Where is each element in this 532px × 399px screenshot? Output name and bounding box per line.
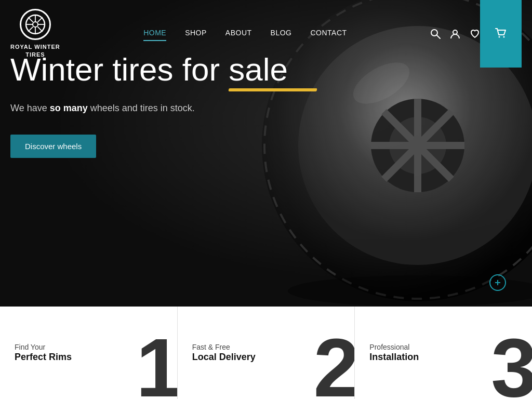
svg-line-9: [28, 26, 33, 31]
card-delivery: Fast & Free Local Delivery 2: [178, 307, 355, 399]
wishlist-button[interactable]: [470, 29, 480, 39]
account-button[interactable]: [450, 29, 460, 39]
nav-contact[interactable]: CONTACT: [310, 29, 347, 39]
svg-point-12: [453, 30, 457, 34]
search-icon: [430, 29, 441, 39]
svg-line-8: [37, 17, 42, 22]
discover-button[interactable]: Discover wheels: [10, 135, 96, 158]
card-rims-text: Find Your Perfect Rims: [15, 342, 72, 363]
card-installation: Professional Installation 3: [355, 307, 532, 399]
card-installation-label: Professional: [369, 342, 419, 352]
header: ROYAL WINTERTIRES HOME SHOP ABOUT BLOG C…: [0, 0, 532, 68]
search-button[interactable]: [430, 29, 441, 39]
hero-subtitle: We have so many wheels and tires in stoc…: [10, 103, 288, 114]
card-delivery-number: 2: [313, 326, 355, 399]
svg-line-7: [37, 26, 42, 31]
nav-blog[interactable]: BLOG: [271, 29, 292, 39]
nav-home[interactable]: HOME: [143, 29, 166, 39]
plus-icon: [494, 279, 501, 286]
card-installation-number: 3: [491, 326, 532, 399]
svg-line-11: [437, 35, 440, 38]
card-rims-label: Find Your: [15, 342, 72, 352]
card-delivery-text: Fast & Free Local Delivery: [192, 342, 256, 363]
svg-point-1: [33, 22, 38, 27]
nav-about[interactable]: ABOUT: [225, 29, 252, 39]
scroll-indicator[interactable]: [489, 274, 506, 291]
svg-point-10: [431, 30, 437, 36]
feature-cards: Find Your Perfect Rims 1 Fast & Free Loc…: [0, 307, 532, 399]
wheel-icon: [25, 14, 46, 35]
cart-icon: [494, 26, 508, 41]
user-icon: [450, 29, 460, 39]
card-rims-title: Perfect Rims: [15, 352, 72, 363]
svg-point-13: [499, 36, 500, 38]
main-nav: HOME SHOP ABOUT BLOG CONTACT: [143, 29, 347, 39]
card-rims: Find Your Perfect Rims 1: [0, 307, 178, 399]
cart-button[interactable]: [480, 0, 522, 68]
logo[interactable]: ROYAL WINTERTIRES: [10, 9, 60, 59]
brand-name: ROYAL WINTERTIRES: [10, 43, 60, 59]
logo-icon: [20, 9, 51, 40]
nav-icons: [430, 29, 480, 39]
card-delivery-title: Local Delivery: [192, 352, 256, 363]
svg-line-6: [28, 17, 33, 22]
nav-shop[interactable]: SHOP: [185, 29, 207, 39]
heart-icon: [470, 29, 480, 39]
card-delivery-label: Fast & Free: [192, 342, 256, 352]
card-rims-number: 1: [136, 326, 178, 399]
card-installation-title: Installation: [369, 352, 419, 363]
card-installation-text: Professional Installation: [369, 342, 419, 363]
hero-content: Winter tires for sale We have so many wh…: [10, 52, 288, 158]
svg-point-14: [503, 36, 505, 38]
